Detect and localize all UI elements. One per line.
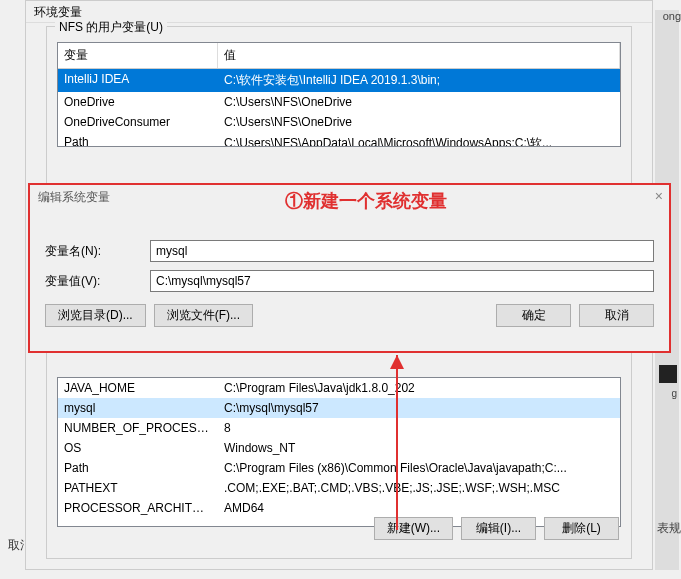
system-vars-table[interactable]: JAVA_HOME C:\Program Files\Java\jdk1.8.0… [57, 377, 621, 527]
dialog-button-row: 浏览目录(D)... 浏览文件(F)... 确定 取消 [45, 304, 654, 327]
table-row[interactable]: NUMBER_OF_PROCESSORS 8 [58, 418, 620, 438]
col-variable[interactable]: 变量 [58, 43, 218, 68]
var-name-input[interactable] [150, 240, 654, 262]
table-row[interactable]: IntelliJ IDEA C:\软件安装包\IntelliJ IDEA 201… [58, 69, 620, 92]
browse-file-button[interactable]: 浏览文件(F)... [154, 304, 253, 327]
user-vars-label: NFS 的用户变量(U) [55, 19, 167, 36]
table-row[interactable]: Path C:\Program Files (x86)\Common Files… [58, 458, 620, 478]
table-row[interactable]: OS Windows_NT [58, 438, 620, 458]
browse-dir-button[interactable]: 浏览目录(D)... [45, 304, 146, 327]
delete-button[interactable]: 删除(L) [544, 517, 619, 540]
ok-button[interactable]: 确定 [496, 304, 571, 327]
system-buttons-row: 新建(W)... 编辑(I)... 删除(L) [374, 517, 619, 540]
annotation-text: ①新建一个系统变量 [285, 189, 447, 213]
edit-variable-dialog: 编辑系统变量 × ①新建一个系统变量 变量名(N): 变量值(V): 浏览目录(… [28, 183, 671, 353]
var-name-label: 变量名(N): [45, 243, 150, 260]
var-value-row: 变量值(V): [45, 270, 654, 292]
var-value-input[interactable] [150, 270, 654, 292]
var-name-row: 变量名(N): [45, 240, 654, 262]
close-icon[interactable]: × [655, 188, 663, 204]
table-row[interactable]: Path C:\Users\NFS\AppData\Local\Microsof… [58, 132, 620, 147]
bg-block [659, 365, 677, 383]
user-vars-table[interactable]: 变量 值 IntelliJ IDEA C:\软件安装包\IntelliJ IDE… [57, 42, 621, 147]
table-row[interactable]: mysql C:\mysql\mysql57 [58, 398, 620, 418]
table-row[interactable]: JAVA_HOME C:\Program Files\Java\jdk1.8.0… [58, 378, 620, 398]
edit-button[interactable]: 编辑(I)... [461, 517, 536, 540]
table-row[interactable]: OneDriveConsumer C:\Users\NFS\OneDrive [58, 112, 620, 132]
table-row[interactable]: OneDrive C:\Users\NFS\OneDrive [58, 92, 620, 112]
var-value-label: 变量值(V): [45, 273, 150, 290]
bg-text: 表规 [657, 520, 681, 537]
new-button[interactable]: 新建(W)... [374, 517, 453, 540]
bg-text: g [671, 388, 677, 399]
table-row[interactable]: PROCESSOR_ARCHITECT... AMD64 [58, 498, 620, 518]
col-value[interactable]: 值 [218, 43, 620, 68]
table-row[interactable]: PATHEXT .COM;.EXE;.BAT;.CMD;.VBS;.VBE;.J… [58, 478, 620, 498]
table-header: 变量 值 [58, 43, 620, 69]
bg-text: ong [663, 10, 681, 22]
cancel-button[interactable]: 取消 [579, 304, 654, 327]
